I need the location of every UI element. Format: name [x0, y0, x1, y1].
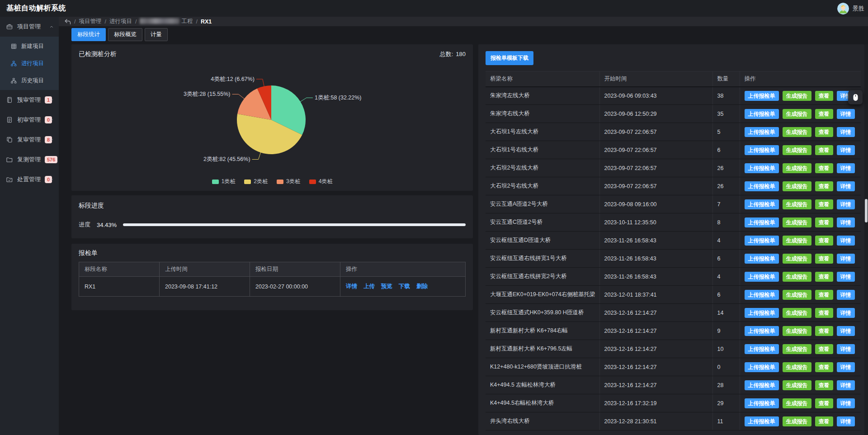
bridge-action-查看[interactable]: 查看: [815, 362, 833, 372]
bridge-action-查看[interactable]: 查看: [815, 272, 833, 282]
bridge-action-查看[interactable]: 查看: [815, 398, 833, 408]
sidebar-item-进行项目[interactable]: 进行项目: [0, 55, 59, 72]
bridge-action-查看[interactable]: 查看: [815, 290, 833, 300]
bridge-action-详情[interactable]: 详情: [837, 163, 855, 173]
bridge-action-详情[interactable]: 详情: [837, 145, 855, 155]
sidebar-item-处置管理[interactable]: 处置管理0: [0, 170, 59, 189]
bridge-action-生成报告[interactable]: 生成报告: [783, 127, 811, 137]
tab-标段概览[interactable]: 标段概览: [108, 28, 142, 41]
bridge-action-详情[interactable]: 详情: [837, 109, 855, 119]
bridge-action-查看[interactable]: 查看: [815, 199, 833, 209]
bridge-action-查看[interactable]: 查看: [815, 163, 833, 173]
bridge-action-详情[interactable]: 详情: [837, 272, 855, 282]
user-area[interactable]: 景胜: [837, 3, 864, 14]
bridge-action-详情[interactable]: 详情: [837, 218, 855, 227]
bridge-action-生成报告[interactable]: 生成报告: [783, 362, 811, 372]
bridge-action-查看[interactable]: 查看: [815, 254, 833, 264]
bridge-action-上传报检单[interactable]: 上传报检单: [745, 254, 779, 264]
bridge-action-上传报检单[interactable]: 上传报检单: [745, 344, 779, 354]
bridge-action-上传报检单[interactable]: 上传报检单: [745, 145, 779, 155]
breadcrumb-item[interactable]: 工程: [140, 18, 193, 25]
bridge-action-生成报告[interactable]: 生成报告: [783, 344, 811, 354]
inspection-action-预览[interactable]: 预览: [381, 283, 392, 289]
legend-item-2类桩[interactable]: 2类桩: [244, 178, 268, 185]
bridge-action-上传报检单[interactable]: 上传报检单: [745, 236, 779, 246]
bridge-action-上传报检单[interactable]: 上传报检单: [745, 199, 779, 209]
bridge-action-生成报告[interactable]: 生成报告: [783, 109, 811, 119]
inspection-template-download-button[interactable]: 报检单模板下载: [486, 51, 533, 65]
bridge-action-生成报告[interactable]: 生成报告: [783, 272, 811, 282]
back-arrow-icon[interactable]: [64, 19, 71, 25]
bridge-action-查看[interactable]: 查看: [815, 236, 833, 246]
bridge-action-上传报检单[interactable]: 上传报检单: [745, 326, 779, 336]
legend-item-4类桩[interactable]: 4类桩: [309, 178, 333, 185]
bridge-action-查看[interactable]: 查看: [815, 91, 833, 101]
sidebar-item-新建项目[interactable]: 新建项目: [0, 38, 59, 55]
bridge-action-生成报告[interactable]: 生成报告: [783, 163, 811, 173]
bridge-action-查看[interactable]: 查看: [815, 109, 833, 119]
inspection-action-详情[interactable]: 详情: [346, 283, 357, 289]
bridge-action-生成报告[interactable]: 生成报告: [783, 181, 811, 191]
bridge-action-查看[interactable]: 查看: [815, 326, 833, 336]
bridge-action-详情[interactable]: 详情: [837, 290, 855, 300]
user-avatar-icon[interactable]: [837, 3, 849, 14]
bridge-action-查看[interactable]: 查看: [815, 181, 833, 191]
sidebar-item-初审管理[interactable]: 初审管理0: [0, 110, 59, 130]
inspection-action-上传[interactable]: 上传: [363, 283, 375, 289]
sidebar-item-复测管理[interactable]: 复测管理576: [0, 150, 59, 170]
breadcrumb-item[interactable]: 进行项目: [109, 18, 132, 25]
bridge-action-详情[interactable]: 详情: [837, 362, 855, 372]
bridge-action-详情[interactable]: 详情: [837, 344, 855, 354]
bridge-action-上传报检单[interactable]: 上传报检单: [745, 416, 779, 426]
sidebar-item-复审管理[interactable]: 复审管理8: [0, 130, 59, 150]
tab-计量[interactable]: 计量: [145, 28, 168, 41]
bridge-action-上传报检单[interactable]: 上传报检单: [745, 91, 779, 101]
bridge-action-生成报告[interactable]: 生成报告: [783, 91, 811, 101]
bridge-action-详情[interactable]: 详情: [837, 380, 855, 390]
bridge-action-上传报检单[interactable]: 上传报检单: [745, 163, 779, 173]
bridge-action-上传报检单[interactable]: 上传报检单: [745, 380, 779, 390]
bridge-action-详情[interactable]: 详情: [837, 199, 855, 209]
bridge-action-生成报告[interactable]: 生成报告: [783, 236, 811, 246]
bridge-action-上传报检单[interactable]: 上传报检单: [745, 362, 779, 372]
bridge-action-上传报检单[interactable]: 上传报检单: [745, 398, 779, 408]
bridge-action-生成报告[interactable]: 生成报告: [783, 199, 811, 209]
legend-item-1类桩[interactable]: 1类桩: [212, 178, 236, 185]
bridge-action-生成报告[interactable]: 生成报告: [783, 416, 811, 426]
scrollbar-thumb[interactable]: [865, 199, 868, 222]
bridge-action-生成报告[interactable]: 生成报告: [783, 398, 811, 408]
bridge-action-详情[interactable]: 详情: [837, 127, 855, 137]
bridge-action-生成报告[interactable]: 生成报告: [783, 326, 811, 336]
bridge-action-查看[interactable]: 查看: [815, 145, 833, 155]
bridge-action-上传报检单[interactable]: 上传报检单: [745, 109, 779, 119]
bridge-action-生成报告[interactable]: 生成报告: [783, 380, 811, 390]
bridge-action-查看[interactable]: 查看: [815, 127, 833, 137]
bridge-action-详情[interactable]: 详情: [837, 254, 855, 264]
bridge-action-上传报检单[interactable]: 上传报检单: [745, 290, 779, 300]
bridge-action-生成报告[interactable]: 生成报告: [783, 218, 811, 227]
bridge-action-生成报告[interactable]: 生成报告: [783, 290, 811, 300]
bridge-action-上传报检单[interactable]: 上传报检单: [745, 272, 779, 282]
breadcrumb-item[interactable]: 项目管理: [79, 18, 101, 25]
legend-item-3类桩[interactable]: 3类桩: [277, 178, 300, 185]
bridge-action-生成报告[interactable]: 生成报告: [783, 308, 811, 318]
bridge-action-查看[interactable]: 查看: [815, 380, 833, 390]
bridge-action-上传报检单[interactable]: 上传报检单: [745, 218, 779, 227]
bridge-action-生成报告[interactable]: 生成报告: [783, 145, 811, 155]
bridge-action-查看[interactable]: 查看: [815, 344, 833, 354]
bridge-action-详情[interactable]: 详情: [837, 398, 855, 408]
sidebar-item-历史项目[interactable]: 历史项目: [0, 72, 59, 89]
bridge-action-详情[interactable]: 详情: [837, 308, 855, 318]
sidebar-item-项目管理[interactable]: 项目管理: [0, 17, 59, 37]
bridge-action-详情[interactable]: 详情: [837, 326, 855, 336]
bridge-action-查看[interactable]: 查看: [815, 308, 833, 318]
bridge-action-上传报检单[interactable]: 上传报检单: [745, 308, 779, 318]
bridge-action-详情[interactable]: 详情: [837, 416, 855, 426]
sidebar-item-预审管理[interactable]: 预审管理1: [0, 90, 59, 110]
bridge-action-详情[interactable]: 详情: [837, 181, 855, 191]
inspection-action-删除[interactable]: 删除: [416, 283, 428, 289]
tab-标段统计[interactable]: 标段统计: [71, 28, 106, 41]
inspection-action-下载[interactable]: 下载: [399, 283, 410, 289]
bridge-action-查看[interactable]: 查看: [815, 218, 833, 227]
bridge-action-详情[interactable]: 详情: [837, 236, 855, 246]
